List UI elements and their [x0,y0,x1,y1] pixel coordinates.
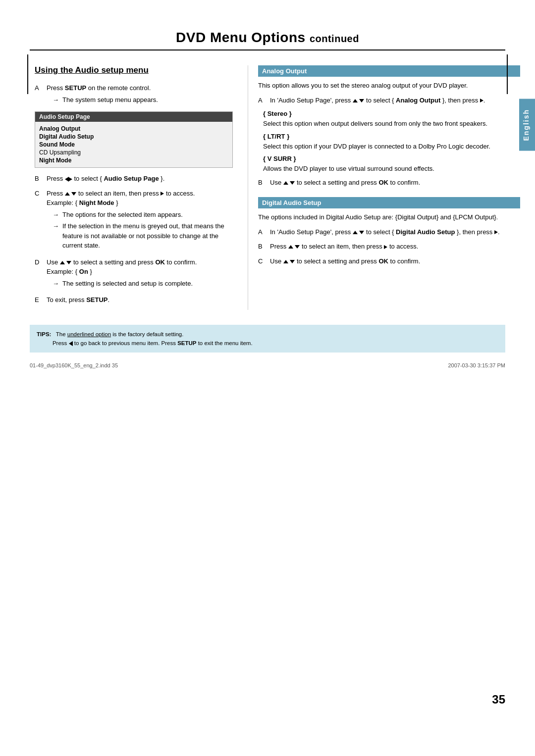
analog-step-a-content: In 'Audio Setup Page', press to select {… [270,96,520,105]
stereo-heading: { Stereo } [263,110,520,117]
step-d-content: Use to select a setting and press OK to … [47,257,233,291]
up-arrow-icon-d [60,261,65,264]
stereo-subsection: { Stereo } Select this option when outpu… [263,110,520,129]
step-a: A Press SETUP on the remote control. → T… [35,83,233,106]
menu-item-cd-upsampling: CD Upsampling [39,149,228,156]
vsurr-subsection: { V SURR } Allows the DVD player to use … [263,155,520,174]
down-tri-da-a [359,231,364,234]
arrow-icon-a1: → [53,95,60,105]
digital-step-a-content: In 'Audio Setup Page', press to select {… [270,227,520,237]
up-tri-ar-b [283,181,288,185]
analog-step-b-content: Use to select a setting and press OK to … [270,178,520,188]
footer-right: 2007-03-30 3:15:37 PM [448,362,505,368]
arrow-text-d1: The setting is selected and setup is com… [62,279,193,289]
footer: 01-49_dvp3160K_55_eng_2.indd 35 2007-03-… [30,362,505,368]
arrow-bullet-c1: → The options for the selected item appe… [53,210,233,220]
digital-step-b-letter: B [258,242,268,252]
down-tri-da-c [290,260,295,263]
analog-output-bold: Analog Output [396,97,440,104]
step-b-letter: B [35,174,45,184]
footer-left: 01-49_dvp3160K_55_eng_2.indd 35 [30,362,118,368]
page-container: English DVD Menu Options continued Using… [0,0,535,756]
page-bold: Page [144,175,159,182]
tips-line2: Press to go back to previous menu item. … [53,340,253,346]
ltrt-desc: Select this option if your DVD player is… [263,142,520,151]
left-arrow-icon-b [65,177,69,182]
up-arrow-icon-c [65,192,70,196]
menu-box-body: Analog Output Digital Audio Setup Sound … [35,122,232,167]
arrow-icon-c2: → [53,221,60,251]
right-arrow-icon-b [69,177,72,181]
menu-item-sound-mode: Sound Mode [39,141,228,149]
content-area: Using the Audio setup menu A Press SETUP… [0,65,535,310]
ok-bold-ar-b: OK [378,179,388,186]
arrow-bullet-d1: → The setting is selected and setup is c… [53,279,233,289]
setup-bold-a: SETUP [65,84,86,92]
right-arrow-icon-c [160,192,164,196]
digital-audio-heading: Digital Audio Setup [258,197,520,208]
down-arrow-icon-d [66,261,71,264]
stereo-desc: Select this option when output delivers … [263,119,520,129]
vsurr-heading: { V SURR } [263,155,520,162]
step-c: C Press to select an item, then press to… [35,189,233,252]
digital-step-b: B Press to select an item, then press to… [258,242,520,252]
step-a-letter: A [35,83,45,106]
step-e-letter: E [35,295,45,305]
up-tri-da-a [353,231,358,234]
menu-box: Audio Setup Page Analog Output Digital A… [35,111,233,168]
page-number: 35 [492,693,505,706]
step-b: B Press to select { Audio Setup Page }. [35,174,233,184]
menu-item-analog-output: Analog Output [39,125,228,133]
right-column: Analog Output This option allows you to … [248,65,535,310]
ok-bold-d: OK [155,258,165,266]
ltrt-subsection: { LT/RT } Select this option if your DVD… [263,133,520,151]
audio-setup-bold: Audio Setup [104,175,142,182]
step-d: D Use to select a setting and press OK t… [35,257,233,291]
analog-output-heading: Analog Output [258,65,520,77]
digital-step-b-content: Press to select an item, then press to a… [270,242,520,252]
tips-label: TIPS: [37,331,51,337]
tips-bar: TIPS: The underlined option is the facto… [30,325,505,353]
arrow-text-c1: The options for the selected item appear… [62,210,183,220]
digital-audio-intro: The options included in Digital Audio Se… [258,212,520,222]
night-mode-bold: Night Mode [79,199,114,206]
analog-output-intro: This option allows you to set the stereo… [258,81,520,91]
digital-step-c-letter: C [258,256,268,266]
ok-bold-da-c: OK [378,257,388,265]
down-tri-ar-b [290,181,295,185]
up-tri-da-c [283,260,288,263]
analog-step-b: B Use to select a setting and press OK t… [258,178,520,188]
step-c-letter: C [35,189,45,252]
page-title-bar: DVD Menu Options continued [30,30,505,50]
setup-bold-e: SETUP [86,296,107,303]
down-arrow-icon-c [71,192,76,196]
left-column: Using the Audio setup menu A Press SETUP… [0,65,248,310]
right-tri-ar-a [480,99,483,102]
digital-step-c-content: Use to select a setting and press OK to … [270,256,520,266]
left-tri-tips [69,341,73,346]
analog-step-b-letter: B [258,178,268,188]
step-c-content: Press to select an item, then press to a… [47,189,233,252]
step-e: E To exit, press SETUP. [35,295,233,305]
down-tri-da-b [295,245,300,249]
analog-step-a: A In 'Audio Setup Page', press to select… [258,96,520,105]
menu-item-night-mode: Night Mode [39,156,228,164]
digital-audio-section: Digital Audio Setup The options included… [258,197,520,266]
digital-step-a-letter: A [258,227,268,237]
arrow-bullet-c2: → If the selection in the menu is greyed… [53,221,233,251]
step-e-content: To exit, press SETUP. [47,295,233,305]
decorative-line-right [507,54,508,94]
arrow-bullet-a1: → The system setup menu appears. [53,95,233,105]
right-tri-da-b [384,245,387,249]
english-tab: English [519,99,535,151]
menu-item-digital-audio: Digital Audio Setup [39,133,228,141]
analog-step-a-letter: A [258,96,268,105]
on-bold: On [79,268,88,275]
digital-step-a: A In 'Audio Setup Page', press to select… [258,227,520,237]
digital-step-c: C Use to select a setting and press OK t… [258,256,520,266]
arrow-text-c2: If the selection in the menu is greyed o… [62,221,233,251]
down-tri-ar-a [359,99,364,102]
menu-box-header: Audio Setup Page [35,112,232,122]
step-d-letter: D [35,257,45,291]
up-tri-da-b [288,245,293,249]
